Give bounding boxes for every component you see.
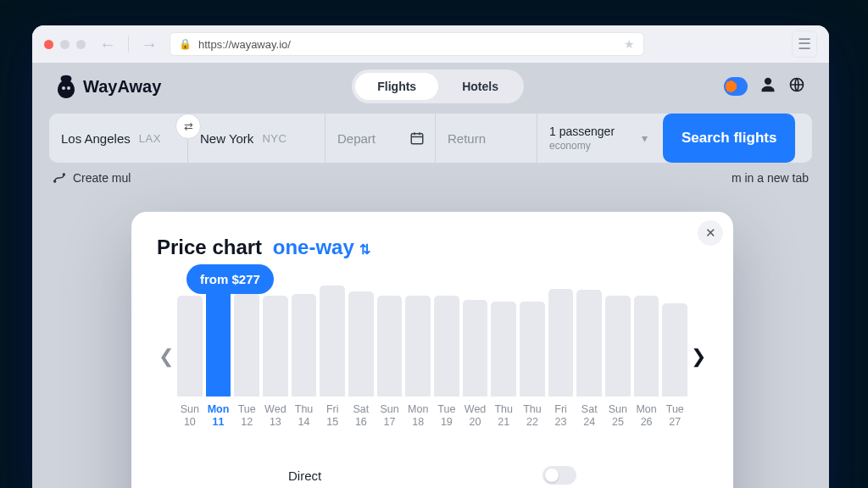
multi-route-link[interactable]: Create mul <box>53 171 131 185</box>
brand-logo[interactable]: WayAway <box>56 75 161 98</box>
bar-fill <box>405 296 431 396</box>
search-button[interactable]: Search flights <box>663 114 795 163</box>
address-bar[interactable]: 🔒 https://wayaway.io/ ★ <box>170 32 644 56</box>
bar-fill <box>548 289 574 397</box>
bar-fill <box>463 300 488 396</box>
return-placeholder: Return <box>448 131 486 146</box>
bar-fill <box>576 290 602 396</box>
chart-bar[interactable]: Mon18 <box>405 285 431 429</box>
depart-date-field[interactable]: Depart <box>326 114 436 163</box>
chart-bar[interactable]: Mon26 <box>634 285 659 429</box>
under-search-row: Create mul m in a new tab <box>32 163 829 193</box>
bar-fill <box>491 302 516 396</box>
bar-label: Fri15 <box>326 403 339 429</box>
lock-icon: 🔒 <box>179 38 192 50</box>
toggle-label: Direct <box>288 469 321 483</box>
chart-bar[interactable]: Wed13 <box>263 285 288 429</box>
price-chart: ❮ from $277 Sun10Mon11Tue12Wed13Thu14Fri… <box>157 285 708 429</box>
tab-flights[interactable]: Flights <box>355 73 438 100</box>
destination-code: NYC <box>262 132 287 145</box>
window-controls[interactable] <box>44 40 86 49</box>
chart-bar[interactable]: Thu22 <box>520 285 545 429</box>
chevron-down-icon: ▾ <box>642 131 648 145</box>
account-icon[interactable] <box>760 76 776 97</box>
destination-field[interactable]: New York NYC <box>188 114 326 163</box>
origin-field[interactable]: Los Angeles LAX <box>49 114 188 163</box>
bar-fill <box>234 293 259 396</box>
open-new-tab-text: m in a new tab <box>732 171 809 185</box>
filter-toggles: Direct Only including baggage <box>288 454 576 488</box>
bar-fill <box>292 294 317 396</box>
tab-hotels[interactable]: Hotels <box>440 73 520 100</box>
chart-bar[interactable]: Sat24 <box>576 285 602 429</box>
passengers-field[interactable]: 1 passenger economy ▾ <box>537 114 656 163</box>
price-tooltip: from $277 <box>186 264 274 294</box>
maximize-window-icon[interactable] <box>76 40 86 49</box>
bar-label: Mon11 <box>208 403 230 429</box>
depart-placeholder: Depart <box>337 131 376 146</box>
direct-toggle[interactable] <box>542 466 576 485</box>
return-date-field[interactable]: Return <box>436 114 537 163</box>
forward-button[interactable]: → <box>141 35 158 54</box>
modal-title: Price chart one-way ⇅ <box>157 236 708 259</box>
bar-fill <box>348 291 374 396</box>
origin-code: LAX <box>139 132 161 145</box>
chart-bar[interactable]: Thu14 <box>292 285 317 429</box>
chart-bar[interactable]: Tue12 <box>234 285 259 429</box>
bar-fill <box>634 296 659 396</box>
bar-label: Wed20 <box>465 403 486 429</box>
chart-bar[interactable]: Sun25 <box>605 285 631 429</box>
bar-fill <box>177 296 203 396</box>
chart-bar[interactable]: Fri23 <box>548 285 574 429</box>
swap-button[interactable]: ⇄ <box>175 114 201 139</box>
bar-fill <box>605 296 631 396</box>
bar-fill <box>320 286 345 396</box>
chart-bars: from $277 Sun10Mon11Tue12Wed13Thu14Fri15… <box>175 285 689 429</box>
bar-label: Sat24 <box>581 403 598 429</box>
bar-fill <box>434 296 459 396</box>
svg-rect-1 <box>411 134 423 144</box>
calendar-icon <box>409 130 425 146</box>
minimize-window-icon[interactable] <box>60 40 70 49</box>
bar-label: Mon18 <box>408 403 428 429</box>
svg-point-3 <box>63 173 65 175</box>
site-header: WayAway Flights Hotels <box>32 63 829 110</box>
url-text: https://wayaway.io/ <box>198 38 291 51</box>
chart-bar[interactable]: Sat16 <box>348 285 374 429</box>
chart-bar[interactable]: Sun17 <box>377 285 403 429</box>
chart-bar[interactable]: Thu21 <box>491 285 516 429</box>
bar-fill <box>263 296 288 396</box>
language-icon[interactable] <box>788 76 805 97</box>
passenger-count: 1 passenger <box>549 125 615 138</box>
trip-mode-toggle[interactable]: one-way ⇅ <box>273 236 370 258</box>
back-button[interactable]: ← <box>99 35 116 54</box>
svg-point-2 <box>53 180 56 182</box>
bar-label: Sat16 <box>353 403 369 429</box>
bar-label: Sun10 <box>181 403 199 429</box>
bar-label: Tue27 <box>666 403 684 429</box>
promo-badge-icon[interactable] <box>724 77 748 96</box>
bar-fill <box>520 302 545 396</box>
chart-bar[interactable]: Wed20 <box>463 285 488 429</box>
bookmark-star-icon[interactable]: ★ <box>624 37 635 51</box>
bar-label: Sun17 <box>380 403 398 429</box>
bar-label: Sun25 <box>609 403 627 429</box>
price-chart-modal: ✕ Price chart one-way ⇅ ❮ from $277 Sun1… <box>131 212 733 488</box>
close-window-icon[interactable] <box>44 40 53 49</box>
logo-icon <box>56 75 76 98</box>
chart-bar[interactable]: Tue27 <box>662 285 687 429</box>
browser-menu-icon[interactable]: ☰ <box>792 30 817 58</box>
bar-fill <box>662 303 687 397</box>
chart-bar[interactable]: Sun10 <box>177 285 203 429</box>
destination-city: New York <box>200 131 253 146</box>
product-tabs: Flights Hotels <box>352 69 524 103</box>
chart-bar[interactable]: Tue19 <box>434 285 459 429</box>
bar-label: Wed13 <box>264 403 286 429</box>
chart-bar[interactable]: Mon11 <box>206 285 231 429</box>
chart-bar[interactable]: Fri15 <box>320 285 345 429</box>
close-button[interactable]: ✕ <box>698 220 723 246</box>
scroll-left-button[interactable]: ❮ <box>157 314 175 399</box>
bar-label: Thu21 <box>494 403 513 429</box>
browser-window: ← → 🔒 https://wayaway.io/ ★ ☰ WayAway Fl… <box>32 25 829 488</box>
scroll-right-button[interactable]: ❯ <box>689 314 708 399</box>
